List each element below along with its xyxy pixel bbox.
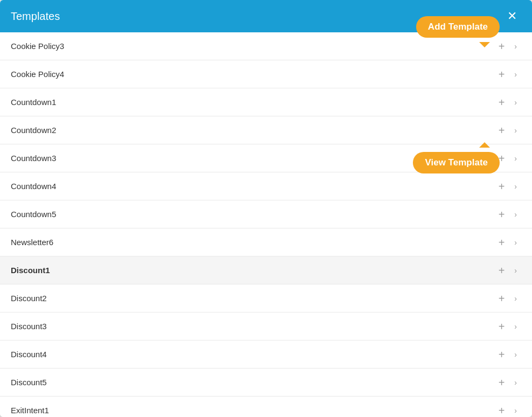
add-to-template-button[interactable]: + (494, 39, 509, 54)
close-button[interactable]: ✕ (503, 8, 521, 24)
row-actions: +› (494, 123, 521, 138)
add-to-template-button[interactable]: + (494, 403, 509, 418)
expand-template-button[interactable]: › (510, 237, 521, 248)
template-row: Countdown1+› (0, 88, 532, 116)
template-row: ExitIntent1+› (0, 397, 532, 417)
template-name: Discount3 (11, 322, 47, 331)
template-row: Discount4+› (0, 340, 532, 369)
template-name: Newsletter6 (11, 238, 53, 247)
modal-title: Templates (11, 10, 60, 23)
row-actions: +› (494, 235, 521, 250)
template-name: Countdown1 (11, 98, 56, 107)
add-to-template-button[interactable]: + (494, 263, 509, 278)
template-name: Cookie Policy4 (11, 70, 64, 79)
add-to-template-button[interactable]: + (494, 375, 509, 390)
template-row: Countdown4+› (0, 172, 532, 200)
row-actions: +› (494, 403, 521, 418)
expand-template-button[interactable]: › (510, 124, 521, 136)
expand-template-button[interactable]: › (510, 96, 521, 108)
template-row: Cookie Policy4+› (0, 60, 532, 88)
templates-list: View Template Cookie Policy3+›Cookie Pol… (0, 32, 532, 417)
template-name: Cookie Policy3 (11, 41, 64, 51)
add-to-template-button[interactable]: + (494, 179, 509, 194)
add-template-tooltip[interactable]: Add Template (416, 16, 500, 38)
row-actions: +› (494, 375, 521, 390)
row-actions: +› (494, 291, 521, 306)
row-actions: +› (494, 95, 521, 110)
template-row: Discount1+› (0, 256, 532, 284)
template-name: Countdown3 (11, 154, 56, 163)
add-to-template-button[interactable]: + (494, 347, 509, 362)
expand-template-button[interactable]: › (510, 152, 521, 164)
template-row: Countdown5+› (0, 200, 532, 228)
template-name: Countdown4 (11, 182, 56, 191)
template-name: Discount2 (11, 294, 47, 303)
row-actions: +› (494, 347, 521, 362)
modal-header: Templates ✕ Add Template (0, 0, 532, 32)
add-to-template-button[interactable]: + (494, 123, 509, 138)
expand-template-button[interactable]: › (510, 265, 521, 276)
row-actions: +› (494, 179, 521, 194)
template-name: Countdown5 (11, 210, 56, 219)
template-row: Discount3+› (0, 312, 532, 340)
template-row: Discount5+› (0, 369, 532, 397)
expand-template-button[interactable]: › (510, 321, 521, 332)
templates-modal: Templates ✕ Add Template View Template C… (0, 0, 532, 417)
add-to-template-button[interactable]: + (494, 319, 509, 334)
expand-template-button[interactable]: › (510, 349, 521, 360)
expand-template-button[interactable]: › (510, 180, 521, 192)
expand-template-button[interactable]: › (510, 208, 521, 220)
row-actions: +› (494, 319, 521, 334)
add-to-template-button[interactable]: + (494, 67, 509, 82)
expand-template-button[interactable]: › (510, 40, 521, 52)
row-actions: +› (494, 39, 521, 54)
view-template-tooltip[interactable]: View Template (413, 152, 500, 173)
expand-template-button[interactable]: › (510, 405, 521, 416)
template-name: Countdown2 (11, 126, 56, 135)
template-row: Discount2+› (0, 284, 532, 312)
expand-template-button[interactable]: › (510, 293, 521, 304)
row-actions: +› (494, 207, 521, 222)
add-to-template-button[interactable]: + (494, 291, 509, 306)
add-to-template-button[interactable]: + (494, 207, 509, 222)
template-row: Countdown2+› (0, 116, 532, 144)
add-to-template-button[interactable]: + (494, 235, 509, 250)
expand-template-button[interactable]: › (510, 377, 521, 388)
row-actions: +› (494, 67, 521, 82)
template-name: Discount4 (11, 350, 47, 359)
template-row: Newsletter6+› (0, 228, 532, 256)
row-actions: +› (494, 263, 521, 278)
template-name: ExitIntent1 (11, 406, 49, 415)
template-name: Discount1 (11, 266, 50, 275)
expand-template-button[interactable]: › (510, 68, 521, 80)
template-name: Discount5 (11, 378, 47, 387)
add-to-template-button[interactable]: + (494, 95, 509, 110)
